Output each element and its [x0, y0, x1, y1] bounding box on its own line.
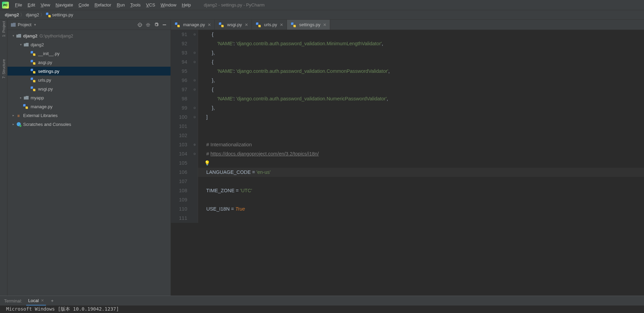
- code-line[interactable]: 106 LANGUAGE_CODE = 'en-us': [171, 168, 644, 177]
- line-number[interactable]: 111: [171, 214, 191, 223]
- line-number[interactable]: 93: [171, 48, 191, 57]
- menu-tools[interactable]: Tools: [128, 0, 143, 10]
- tree-item[interactable]: ▾djang2G:\python\djang2: [7, 31, 171, 40]
- line-number[interactable]: 97: [171, 85, 191, 94]
- tree-arrow-icon[interactable]: ▾: [18, 43, 23, 46]
- terminal-output[interactable]: Microsoft Windows [版本 10.0.19042.1237]: [0, 306, 644, 313]
- code-line[interactable]: 94⊖ {: [171, 57, 644, 67]
- code-line[interactable]: 92 'NAME': 'django.contrib.auth.password…: [171, 39, 644, 48]
- fold-icon[interactable]: ⊕: [191, 140, 198, 149]
- fold-icon[interactable]: [191, 67, 198, 76]
- code-line[interactable]: 107: [171, 177, 644, 186]
- tree-item[interactable]: asgi.py: [7, 58, 171, 67]
- fold-icon[interactable]: [191, 214, 198, 223]
- menu-code[interactable]: Code: [76, 0, 92, 10]
- fold-icon[interactable]: [191, 159, 198, 168]
- code-line[interactable]: 97⊖ {: [171, 85, 644, 94]
- line-number[interactable]: 95: [171, 67, 191, 76]
- line-number[interactable]: 103: [171, 140, 191, 149]
- tree-item[interactable]: manage.py: [7, 102, 171, 111]
- menu-edit[interactable]: Edit: [25, 0, 38, 10]
- add-terminal-button[interactable]: ＋: [50, 298, 54, 304]
- close-icon[interactable]: ✕: [279, 22, 284, 27]
- line-number[interactable]: 102: [171, 131, 191, 140]
- terminal-tab-local[interactable]: Local✕: [26, 296, 46, 306]
- code-line[interactable]: 103⊕ # Internationalization: [171, 140, 644, 149]
- line-number[interactable]: 109: [171, 195, 191, 204]
- project-tree[interactable]: ▾djang2G:\python\djang2▾djang2__init__.p…: [7, 30, 171, 130]
- locate-icon[interactable]: [136, 21, 144, 29]
- code-line[interactable]: 91⊖ {: [171, 30, 644, 39]
- menu-file[interactable]: File: [12, 0, 25, 10]
- code-line[interactable]: 99⊖ },: [171, 103, 644, 113]
- close-icon[interactable]: ✕: [244, 22, 249, 27]
- code-line[interactable]: 111: [171, 214, 644, 223]
- fold-icon[interactable]: [191, 168, 198, 177]
- gear-icon[interactable]: [152, 21, 160, 29]
- line-number[interactable]: 94: [171, 57, 191, 67]
- code-line[interactable]: 96⊖ },: [171, 76, 644, 85]
- breadcrumb-item[interactable]: settings.py: [45, 12, 75, 18]
- code-line[interactable]: 95 'NAME': 'django.contrib.auth.password…: [171, 67, 644, 76]
- code-line[interactable]: 108 TIME_ZONE = 'UTC': [171, 186, 644, 195]
- code-line[interactable]: 93⊖ },: [171, 48, 644, 57]
- fold-icon[interactable]: [191, 177, 198, 186]
- hide-icon[interactable]: [160, 21, 168, 29]
- line-number[interactable]: 96: [171, 76, 191, 85]
- fold-icon[interactable]: ⊖: [191, 149, 198, 159]
- line-number[interactable]: 104: [171, 149, 191, 159]
- menu-help[interactable]: Help: [179, 0, 194, 10]
- tree-item[interactable]: __init__.py: [7, 49, 171, 58]
- close-icon[interactable]: ✕: [207, 22, 212, 27]
- editor-tab[interactable]: wsgi.py✕: [215, 20, 252, 30]
- tree-item[interactable]: ▸⫼External Libraries: [7, 111, 171, 120]
- fold-icon[interactable]: [191, 39, 198, 48]
- tree-arrow-icon[interactable]: ▸: [11, 114, 16, 117]
- fold-icon[interactable]: ⊖: [191, 103, 198, 113]
- line-number[interactable]: 91: [171, 30, 191, 39]
- tree-item[interactable]: ▸myapp: [7, 93, 171, 102]
- menu-vcs[interactable]: VCS: [143, 0, 158, 10]
- code-line[interactable]: 104⊖ # https://docs.djangoproject.com/en…: [171, 149, 644, 159]
- fold-icon[interactable]: ⊖: [191, 76, 198, 85]
- editor-tab[interactable]: urls.py✕: [252, 20, 287, 30]
- tree-item[interactable]: ▾djang2: [7, 40, 171, 49]
- menu-refactor[interactable]: Refactor: [92, 0, 114, 10]
- menu-view[interactable]: View: [38, 0, 53, 10]
- close-icon[interactable]: ✕: [41, 298, 44, 303]
- expand-all-icon[interactable]: [144, 21, 152, 29]
- tool-window-structure[interactable]: 7: Structure: [2, 59, 6, 79]
- fold-icon[interactable]: [191, 186, 198, 195]
- fold-icon[interactable]: ⊖: [191, 57, 198, 67]
- menu-run[interactable]: Run: [114, 0, 128, 10]
- line-number[interactable]: 110: [171, 204, 191, 214]
- fold-icon[interactable]: ⊖: [191, 30, 198, 39]
- chevron-down-icon[interactable]: ▼: [33, 23, 36, 27]
- code-line[interactable]: 105💡: [171, 159, 644, 168]
- tool-window-project[interactable]: 1: Project: [2, 21, 6, 37]
- tree-arrow-icon[interactable]: ▾: [11, 34, 16, 37]
- line-number[interactable]: 105: [171, 159, 191, 168]
- fold-icon[interactable]: [191, 131, 198, 140]
- code-line[interactable]: 98 'NAME': 'django.contrib.auth.password…: [171, 94, 644, 103]
- menu-window[interactable]: Window: [158, 0, 179, 10]
- code-line[interactable]: 102: [171, 131, 644, 140]
- code-line[interactable]: 110 USE_I18N = True: [171, 204, 644, 214]
- line-number[interactable]: 99: [171, 103, 191, 113]
- code-line[interactable]: 109: [171, 195, 644, 204]
- editor-tab[interactable]: manage.py✕: [171, 20, 215, 30]
- tree-arrow-icon[interactable]: ▸: [18, 96, 23, 99]
- code-editor[interactable]: 91⊖ {92 'NAME': 'django.contrib.auth.pas…: [171, 30, 644, 296]
- tree-arrow-icon[interactable]: ▸: [11, 122, 16, 126]
- code-line[interactable]: 101: [171, 122, 644, 131]
- tree-item[interactable]: urls.py: [7, 76, 171, 84]
- tree-item[interactable]: wsgi.py: [7, 84, 171, 93]
- fold-icon[interactable]: [191, 122, 198, 131]
- fold-icon[interactable]: ⊖: [191, 48, 198, 57]
- line-number[interactable]: 107: [171, 177, 191, 186]
- breadcrumb-item[interactable]: djang2: [25, 12, 41, 17]
- fold-icon[interactable]: ⊖: [191, 85, 198, 94]
- tree-item[interactable]: ▸Scratches and Consoles: [7, 120, 171, 129]
- fold-icon[interactable]: [191, 94, 198, 103]
- line-number[interactable]: 108: [171, 186, 191, 195]
